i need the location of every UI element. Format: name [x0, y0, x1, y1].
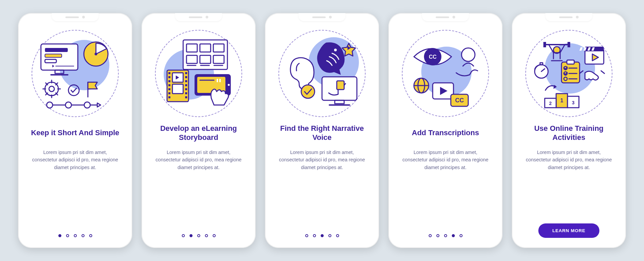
svg-rect-49	[185, 96, 187, 98]
svg-rect-2	[45, 54, 62, 57]
svg-rect-37	[168, 76, 170, 78]
svg-point-61	[301, 85, 315, 98]
illustration-storyboard	[155, 30, 242, 117]
illustration-transcriptions: CC CC	[402, 30, 489, 117]
svg-rect-63	[335, 100, 344, 104]
svg-rect-39	[168, 84, 170, 86]
svg-rect-47	[185, 88, 187, 90]
svg-rect-79	[568, 42, 570, 47]
svg-rect-48	[185, 92, 187, 94]
svg-rect-43	[185, 72, 187, 74]
page-indicator	[182, 234, 216, 237]
dot-1[interactable]	[182, 234, 185, 237]
screen-title: Develop an eLearning Storyboard	[149, 123, 248, 143]
svg-point-9	[95, 53, 97, 55]
svg-point-24	[84, 102, 90, 108]
screen-title: Add Transcriptions	[409, 123, 482, 143]
svg-text:1: 1	[560, 98, 564, 103]
screen-body: Lorem ipsum pri sit dim amet, consectetu…	[396, 149, 495, 179]
svg-point-11	[49, 86, 54, 92]
illustration-short-simple	[32, 30, 119, 117]
svg-rect-56	[217, 79, 218, 82]
svg-point-23	[65, 102, 71, 108]
onboarding-screen-5: 1 2 3 Use Online Training Activities Lor…	[512, 13, 626, 248]
svg-rect-84	[567, 60, 574, 64]
dot-4[interactable]	[205, 234, 208, 237]
svg-rect-93	[579, 47, 583, 51]
dot-4[interactable]	[82, 234, 85, 237]
dot-3[interactable]	[321, 234, 324, 237]
dot-3[interactable]	[74, 234, 77, 237]
svg-rect-41	[168, 92, 170, 94]
phone-notch	[175, 13, 222, 21]
svg-rect-57	[219, 79, 221, 82]
svg-rect-36	[168, 72, 170, 74]
svg-rect-1	[45, 48, 68, 52]
screen-body: Lorem ipsum pri sit dim amet, consectetu…	[272, 149, 372, 179]
svg-point-58	[228, 84, 230, 86]
screen-title: Use Online Training Activities	[519, 123, 619, 143]
dot-5[interactable]	[336, 234, 339, 237]
svg-point-59	[334, 49, 337, 51]
screen-body: Lorem ipsum pri sit dim amet, consectetu…	[519, 149, 619, 179]
svg-rect-46	[185, 84, 187, 86]
dot-5[interactable]	[460, 234, 463, 237]
svg-text:2: 2	[549, 101, 552, 106]
svg-rect-6	[55, 70, 64, 73]
svg-rect-42	[168, 96, 170, 98]
illustration-narrative-voice	[278, 30, 366, 117]
svg-point-20	[68, 85, 79, 96]
dot-3[interactable]	[444, 234, 447, 237]
svg-rect-52	[172, 84, 183, 94]
dot-1[interactable]	[429, 234, 432, 237]
onboarding-screen-1: Keep it Short And Simple Lorem ipsum pri…	[18, 13, 132, 248]
phone-notch	[422, 13, 469, 21]
phone-notch	[299, 13, 345, 21]
dot-2[interactable]	[313, 234, 316, 237]
svg-rect-40	[168, 88, 170, 90]
dot-2[interactable]	[66, 234, 69, 237]
phone-notch	[52, 13, 99, 21]
onboarding-screen-2: Develop an eLearning Storyboard Lorem ip…	[142, 13, 256, 248]
dot-4[interactable]	[452, 234, 455, 237]
svg-rect-45	[185, 80, 187, 82]
onboarding-screen-4: CC CC Add Transcriptions Lorem ipsum pri…	[388, 13, 502, 248]
dot-2[interactable]	[190, 234, 193, 237]
dot-5[interactable]	[213, 234, 216, 237]
svg-point-68	[462, 48, 475, 61]
svg-text:CC: CC	[455, 97, 464, 104]
page-indicator	[305, 234, 339, 237]
screen-body: Lorem ipsum pri sit dim amet, consectetu…	[149, 149, 248, 179]
dot-1[interactable]	[305, 234, 308, 237]
onboarding-screen-3: Find the Right Narrative Voice Lorem ips…	[265, 13, 379, 248]
page-indicator	[58, 234, 92, 237]
dot-5[interactable]	[89, 234, 92, 237]
svg-point-22	[47, 102, 53, 108]
learn-more-button[interactable]: LEARN MORE	[538, 223, 600, 238]
svg-rect-78	[543, 42, 546, 47]
svg-rect-44	[185, 76, 187, 78]
page-indicator	[429, 234, 463, 237]
dot-3[interactable]	[197, 234, 200, 237]
svg-rect-38	[168, 80, 170, 82]
illustration-training-activities: 1 2 3	[525, 30, 612, 117]
phone-notch	[545, 13, 592, 21]
screen-title: Keep it Short And Simple	[28, 123, 122, 143]
screen-body: Lorem ipsum pri sit dim amet, consectetu…	[25, 149, 125, 179]
screen-title: Find the Right Narrative Voice	[272, 123, 372, 143]
dot-1[interactable]	[58, 234, 61, 237]
svg-rect-65	[337, 81, 344, 90]
dot-2[interactable]	[436, 234, 439, 237]
svg-text:CC: CC	[429, 54, 437, 60]
svg-text:3: 3	[572, 100, 575, 105]
dot-4[interactable]	[328, 234, 331, 237]
